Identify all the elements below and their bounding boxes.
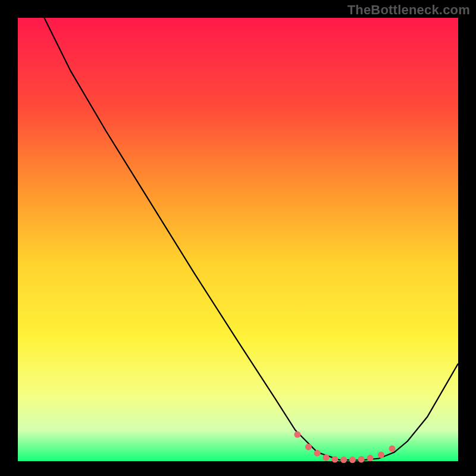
marker-dot: [389, 446, 396, 452]
plot-area: [18, 18, 458, 461]
marker-dot: [340, 456, 347, 463]
marker-dot: [367, 455, 374, 461]
marker-dot: [331, 456, 338, 463]
marker-dot: [358, 456, 365, 463]
marker-dot: [294, 431, 300, 438]
marker-dot: [378, 452, 384, 458]
attribution-watermark: TheBottleneck.com: [347, 2, 470, 18]
marker-dot: [349, 456, 356, 463]
chart-root: TheBottleneck.com: [0, 0, 476, 476]
bottleneck-chart: [0, 0, 476, 476]
marker-dot: [323, 455, 330, 461]
marker-dot: [305, 444, 312, 450]
marker-dot: [314, 450, 321, 456]
